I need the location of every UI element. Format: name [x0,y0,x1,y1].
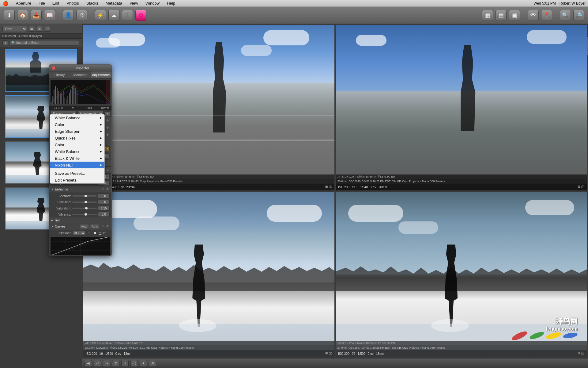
dropdown-item-save-preset[interactable]: Save as Preset... [50,170,104,177]
photo-tl-info-icon[interactable]: ⓘ [329,185,332,189]
photo-tr-compare-icon[interactable]: ⊞ [578,185,580,189]
photo-bl-compare-icon[interactable]: ⊞ [325,351,328,356]
curves-gear-icon[interactable]: ⚙ [105,224,110,228]
enhance-auto-button[interactable]: ⚡ [95,10,106,21]
dropdown-item-white-balance2[interactable]: White Balance [50,148,104,155]
dropdown-item-nikon-nef[interactable]: Nikon NEF [50,162,104,168]
photo-cell-bottom-left[interactable]: ISO 200 f/9 1/500 0 ev 18mm ⊞ ⓘ 27.0mm D… [83,192,334,357]
tab-library[interactable]: Library [49,71,70,78]
enhance-button[interactable]: ✦ [121,360,129,367]
saturation-slider[interactable] [72,208,97,209]
menu-aperture[interactable]: Aperture [15,1,32,6]
faces-detect-button[interactable]: 👁 [528,10,539,21]
inspector-close-button[interactable] [52,66,55,70]
list-view-button[interactable]: ☰ [36,26,43,32]
menu-help[interactable]: Help [166,1,176,6]
dropdown-item-white-balance[interactable]: White Balance [50,114,104,121]
curves-graph[interactable] [51,237,110,255]
dropdown-item-color2[interactable]: Color [50,141,104,148]
export-button[interactable]: 📤 [31,10,42,21]
contrast-thumb[interactable] [85,195,87,197]
menu-photos[interactable]: Photos [65,1,80,6]
dropdown-item-quick-fixes[interactable]: Quick Fixes [50,135,104,141]
library-button[interactable]: 🏠 [17,10,28,21]
vibrancy-thumb[interactable] [85,213,87,216]
dropdown-item-edit-presets[interactable]: Edit Presets... [50,177,104,183]
photo-cell-bottom-right[interactable]: 蜂鸟网 fengniao.com ISO 200 f/9 1/500 0 ev [336,192,587,357]
menu-file[interactable]: File [37,1,46,6]
rotate-right-button[interactable]: ↪ [103,360,110,367]
inspector-button[interactable]: 🔍 [560,10,571,21]
tint-header[interactable]: ▶ Tint [49,217,111,223]
filter-input-wrapper[interactable]: 🔍 Unrated or Better [9,40,79,46]
saturation-thumb[interactable] [85,207,88,209]
menu-stacks[interactable]: Stacks [85,1,100,6]
keyword-button[interactable]: ⊕ [149,360,156,367]
enhance-reset-icon[interactable]: ↺ [100,187,105,191]
definition-thumb[interactable] [85,201,87,203]
menu-edit[interactable]: Edit [51,1,60,6]
print-button[interactable]: 🖨 [76,10,87,21]
menu-metadata[interactable]: Metadata [104,1,123,6]
browser-view-button[interactable]: ▤ [496,10,507,21]
curves-eyedropper-high-icon[interactable]: ◻ [99,231,102,235]
tab-adjustments[interactable]: Adjustments [91,71,111,78]
photo-tr-shutter: 1/640 [360,186,368,189]
filter-bar: ★ 🔍 Unrated or Better [0,39,82,47]
rotate-left-button[interactable]: ↩ [94,360,101,367]
definition-slider[interactable] [72,201,97,203]
cloud-button[interactable]: ☁ [108,10,119,21]
rate-button[interactable]: ★ [140,360,147,367]
add-adjustment-button[interactable]: + [105,111,110,116]
es-gear-icon[interactable]: ⚙ [105,132,110,137]
curves-auto2-button[interactable]: Auto [90,224,99,228]
retouch-button[interactable]: ◯ [130,360,138,367]
contrast-slider[interactable] [72,195,97,197]
photo-cell-top-right[interactable]: ISO 200 f/7.1 1/640 1 ev 20mm ⊞ ⓘ 30.0mm… [336,25,587,190]
curves-eyedropper-mid-icon[interactable]: ◽ [93,231,97,235]
photo-br-compare-icon[interactable]: ⊞ [578,351,580,356]
channel-select[interactable]: RGB [72,231,86,236]
filter-star-button[interactable]: ★ [2,40,8,45]
curves-eyedropper-shadow-icon[interactable]: ◾ [87,231,92,235]
dropdown-item-edge-sharpen[interactable]: Edge Sharpen [50,128,104,135]
curves-reset-curve-icon[interactable]: ↺ [103,231,106,235]
wb-gear-icon[interactable]: ⚙ [105,118,110,123]
menu-window[interactable]: Window [144,1,161,6]
apple-menu[interactable]: 🍎 [2,0,9,6]
import-button[interactable]: ⬇ [4,10,15,21]
photo-tr-info-icon[interactable]: ⓘ [581,185,584,189]
photo-tr-size: 554 KB [392,180,401,183]
sort-select[interactable]: Date [2,26,27,32]
strip-view-button[interactable]: ⋯ [44,26,51,32]
menu-view[interactable]: View [128,1,139,6]
places-button[interactable]: 📍 [541,10,552,21]
curves-reset-icon[interactable]: ↺ [100,224,105,228]
enhance-header[interactable]: ▼ Enhance ↺ ⚙ [49,186,111,193]
vibrancy-slider[interactable] [72,214,97,215]
prev-button[interactable]: ◀ [85,360,92,367]
vibrancy-value: 0.0 [98,212,110,217]
photo-br-info-icon[interactable]: ⓘ [581,351,584,356]
histogram-area [51,80,110,104]
photo-cell-top-left[interactable]: ISO 200 f/7.1 1/640 1 ev 20mm ⊞ ⓘ DSC004… [83,25,334,190]
search-button[interactable]: 🔎 [573,10,584,21]
enhance-gear-icon[interactable]: ⚙ [105,187,110,191]
photo-bl-info-icon[interactable]: ⓘ [329,351,332,356]
faces-button[interactable]: 👤 [63,10,74,21]
tab-metadata[interactable]: Metadata [70,71,91,78]
flip-button[interactable]: ⇄ [112,360,119,367]
nef-gear-icon[interactable]: ⚙ [105,168,110,172]
grid-view-small-button[interactable]: ▦ [28,26,35,32]
dropdown-item-color[interactable]: Color [50,121,104,128]
color-gear-icon[interactable]: ⚙ [105,125,110,130]
book-button[interactable]: 📖 [44,10,55,21]
curves-header[interactable]: ▼ Curves Auto Auto ↺ ⚙ [49,223,111,230]
dropdown-item-black-white[interactable]: Black & White [50,155,104,162]
grid-view-button[interactable]: ▦ [482,10,493,21]
photo-tl-compare-icon[interactable]: ⊞ [325,185,328,189]
share-flickr-button[interactable]: ✿ [135,10,146,21]
share-fb-button[interactable]: f [122,10,133,21]
curves-auto1-button[interactable]: Auto [80,224,89,228]
fullscreen-button[interactable]: ▣ [509,10,520,21]
